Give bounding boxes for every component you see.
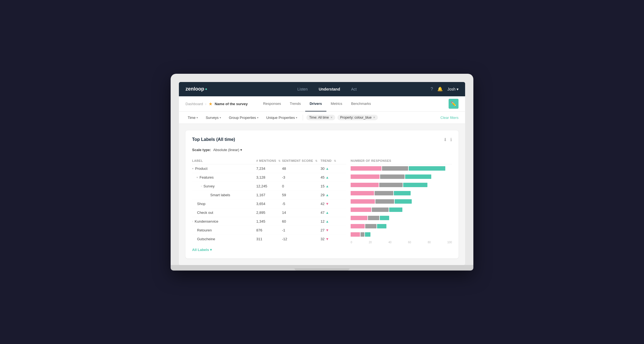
all-labels-btn[interactable]: All Labels ▾	[192, 248, 346, 252]
bar-gray	[379, 183, 403, 187]
bar-pink	[351, 183, 379, 187]
bar-pink	[351, 208, 371, 212]
data-table: Label # Mentions ⇅ Sentiment score ⇅	[192, 157, 346, 243]
logo-text: zenloop	[185, 86, 204, 92]
help-icon[interactable]: ?	[431, 87, 433, 92]
axis-100: 100	[447, 241, 452, 244]
table-row: Shop 3,654 -5 42 ▼	[192, 199, 346, 208]
filter-unique-properties[interactable]: Unique Properties ▾	[264, 114, 299, 121]
nav-listen[interactable]: Listen	[298, 87, 308, 91]
label-name: Smart labels	[210, 193, 230, 197]
bar-pink	[351, 216, 367, 220]
tab-metrics[interactable]: Metrics	[326, 96, 347, 111]
top-labels-card: Top Labels (All time) ⬇ ℹ Scale type: Ab…	[185, 130, 459, 258]
table-row: › Kundenservice 1,345 60 12 ▲	[192, 217, 346, 226]
label-name: Survey	[203, 184, 214, 188]
bar-container	[351, 232, 370, 237]
expand-icon[interactable]: ▾	[197, 176, 198, 179]
bar-pink	[351, 191, 374, 195]
bar-gray	[375, 199, 394, 204]
expand-icon[interactable]: ▾	[192, 167, 193, 170]
filter-group-properties[interactable]: Group Properties ▾	[227, 114, 261, 121]
trend-value: 45	[321, 175, 324, 179]
chart-bar-row	[351, 206, 452, 214]
trend-value: 32	[321, 237, 324, 241]
label-text: › Kundenservice	[192, 219, 256, 223]
mentions-cell: 12,245	[256, 182, 282, 190]
col-sentiment[interactable]: Sentiment score ⇅	[282, 157, 321, 164]
user-menu[interactable]: Josh ▾	[447, 87, 459, 91]
bar-container	[351, 224, 386, 229]
breadcrumb: Dashboard › ★ Name of the survey	[185, 101, 248, 107]
sentiment-sort-icon: ⇅	[315, 159, 318, 162]
trend-direction-icon: ▼	[326, 202, 329, 206]
sentiment-cell: 59	[282, 190, 321, 199]
bar-container	[351, 182, 427, 187]
laptop-base	[171, 265, 473, 271]
clear-filters-btn[interactable]: Clear filters	[440, 116, 459, 120]
col-mentions[interactable]: # Mentions ⇅	[256, 157, 282, 164]
scale-type-selector[interactable]: Absolute (linear) ▾	[213, 148, 242, 152]
edit-button[interactable]: ✏️	[449, 99, 459, 109]
filter-group-label: Group Properties	[229, 116, 256, 120]
chart-area: 0 20 40 60 80 100	[351, 164, 452, 249]
bar-gray	[380, 174, 404, 179]
trend-direction-icon: ▲	[326, 211, 329, 215]
tab-drivers[interactable]: Drivers	[305, 96, 326, 111]
table-row: Gutscheine 311 -12 32 ▼	[192, 234, 346, 243]
table-row: ▾ Product 7,234 48 30 ▲	[192, 164, 346, 173]
download-icon[interactable]: ⬇	[443, 137, 447, 142]
bell-icon[interactable]: 🔔	[437, 86, 443, 92]
trend-cell: 30 ▲	[321, 164, 346, 173]
bar-teal	[394, 191, 411, 195]
trend-cell: 47 ▲	[321, 208, 346, 217]
label-text: ▾ Features	[192, 175, 256, 179]
col-trend-label: Trend	[321, 159, 332, 162]
bar-pink	[351, 166, 381, 171]
tab-responses[interactable]: Responses	[259, 96, 285, 111]
trend-value: 30	[321, 166, 324, 171]
chart-axis: 0 20 40 60 80 100	[351, 241, 452, 244]
table-chart-area: Label # Mentions ⇅ Sentiment score ⇅	[192, 157, 452, 252]
mentions-cell: 1,345	[256, 217, 282, 226]
survey-name: Name of the survey	[215, 102, 248, 106]
filter-unique-label: Unique Properties	[266, 116, 295, 120]
sentiment-cell: 0	[282, 182, 321, 190]
nav-understand[interactable]: Understand	[319, 87, 340, 91]
mentions-cell: 2,895	[256, 208, 282, 217]
trend-value: 47	[321, 211, 324, 215]
mentions-cell: 3,128	[256, 173, 282, 182]
chart-bar-row	[351, 230, 452, 239]
col-mentions-label: # Mentions	[256, 159, 276, 162]
trend-cell: 32 ▼	[321, 234, 346, 243]
tab-benchmarks[interactable]: Benchmarks	[347, 96, 375, 111]
label-cell: ▾ Product	[192, 164, 256, 173]
info-icon[interactable]: ℹ	[450, 137, 452, 142]
filter-bar: Time ▾ Surveys ▾ Group Properties ▾ Uniq…	[179, 112, 465, 124]
filter-time[interactable]: Time ▾	[185, 114, 200, 121]
axis-60: 60	[408, 241, 411, 244]
remove-colour-filter[interactable]: ×	[373, 116, 375, 119]
bar-pink	[351, 232, 360, 237]
label-cell: Smart labels	[192, 190, 256, 199]
mentions-cell: 1,167	[256, 190, 282, 199]
scale-chevron-icon: ▾	[240, 148, 242, 152]
trend-value: 29	[321, 193, 324, 197]
bar-container	[351, 215, 389, 220]
label-cell: ▾ Features	[192, 173, 256, 182]
remove-time-filter[interactable]: ×	[331, 116, 332, 119]
filter-time-label: Time	[188, 116, 195, 120]
breadcrumb-dashboard[interactable]: Dashboard	[185, 102, 203, 106]
chart-bar-row	[351, 173, 452, 181]
nav-act[interactable]: Act	[351, 87, 357, 91]
mentions-cell: 7,234	[256, 164, 282, 173]
filter-tag-time-label: Time: All time	[309, 116, 329, 119]
filter-surveys[interactable]: Surveys ▾	[203, 114, 223, 121]
expand-icon[interactable]: ›	[192, 220, 193, 223]
expand-icon[interactable]: ›	[201, 185, 202, 188]
table-row: Retouren 876 -1 27 ▼	[192, 226, 346, 234]
star-icon[interactable]: ★	[209, 101, 212, 107]
col-trend[interactable]: Trend ⇅	[321, 157, 346, 164]
group-chevron-icon: ▾	[257, 116, 258, 119]
tab-trends[interactable]: Trends	[285, 96, 305, 111]
